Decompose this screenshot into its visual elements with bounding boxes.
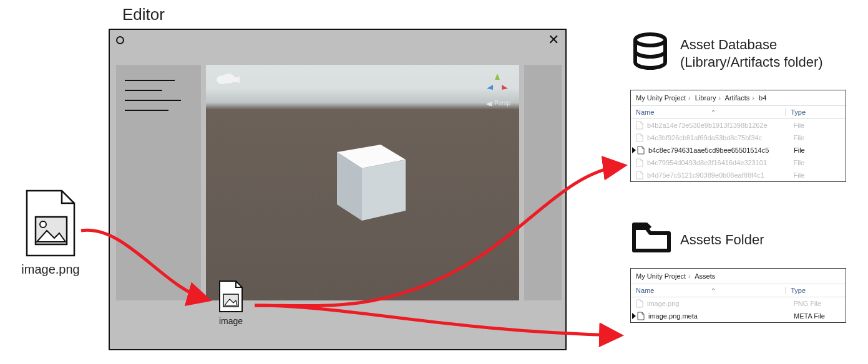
editor-window: ✕ x z ◀▮ Persp — [109, 29, 567, 350]
breadcrumb[interactable]: My Unity Project› Assets — [631, 269, 846, 284]
folder-icon — [631, 222, 671, 254]
table-row[interactable]: b4c3bf926cb81af69da53bd8c75bf34cFile — [631, 132, 846, 144]
hierarchy-panel[interactable] — [116, 65, 201, 300]
table-row[interactable]: image.pngPNG File — [631, 297, 846, 310]
svg-text:x: x — [485, 92, 487, 97]
column-headers[interactable]: Name⌃ Type — [631, 284, 846, 297]
orientation-gizmo[interactable]: x z — [483, 71, 512, 100]
scene-cube[interactable] — [318, 127, 412, 227]
svg-point-1 — [40, 221, 46, 228]
scene-view[interactable]: x z ◀▮ Persp — [206, 65, 519, 300]
table-row[interactable]: image.png.metaMETA File — [631, 310, 846, 322]
table-row[interactable]: b4b2a14e73e530e9b1913f1398b1262eFile — [631, 119, 846, 132]
svg-text:z: z — [508, 92, 510, 97]
svg-rect-4 — [231, 77, 237, 82]
file-image-icon — [22, 189, 79, 259]
persp-label: ◀▮ Persp — [486, 100, 510, 107]
assets-folder-title: Assets Folder — [680, 232, 764, 248]
file-image-icon — [217, 280, 245, 314]
window-menu-icon[interactable] — [116, 36, 124, 44]
column-headers[interactable]: Name⌃ Type — [631, 106, 846, 119]
hierarchy-line — [125, 100, 181, 101]
project-asset[interactable]: image — [217, 280, 245, 326]
svg-point-9 — [635, 34, 665, 46]
hierarchy-line — [125, 110, 168, 111]
titlebar: ✕ — [110, 30, 565, 50]
inspector-panel[interactable] — [524, 65, 562, 300]
camera-icon — [215, 71, 240, 86]
hierarchy-line — [125, 90, 162, 91]
asset-database-title: Asset Database (Library/Artifacts folder… — [680, 36, 823, 70]
artifacts-explorer[interactable]: My Unity Project› Library› Artifacts› b4… — [630, 90, 846, 182]
project-asset-name: image — [217, 316, 245, 326]
table-row[interactable]: b4c79954d0493d8e3f16416d4e323101File — [631, 156, 846, 169]
svg-point-5 — [494, 82, 500, 89]
table-row[interactable]: b4d75e7c6121c90389e0b06eaf88f4c1File — [631, 169, 846, 181]
source-file: image.png — [20, 189, 81, 277]
database-icon — [630, 32, 670, 72]
assets-explorer[interactable]: My Unity Project› Assets Name⌃ Type imag… — [630, 268, 846, 323]
close-icon[interactable]: ✕ — [548, 32, 559, 48]
editor-title: Editor — [122, 5, 165, 24]
breadcrumb[interactable]: My Unity Project› Library› Artifacts› b4 — [631, 90, 846, 106]
hierarchy-line — [125, 80, 175, 81]
table-row[interactable]: b4c8ec794631aae5cd9bee65501514c5File — [631, 144, 846, 156]
source-file-name: image.png — [20, 262, 81, 277]
